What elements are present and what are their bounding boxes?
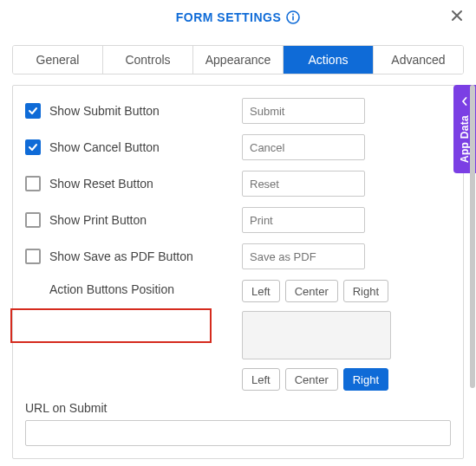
tab-general[interactable]: General (13, 46, 103, 74)
info-icon[interactable] (286, 10, 300, 24)
pos1-right[interactable]: Right (343, 280, 388, 302)
input-print-text[interactable] (242, 207, 365, 233)
input-cancel-text[interactable] (242, 134, 365, 160)
input-pdf-text[interactable] (242, 243, 365, 269)
input-reset-text[interactable] (242, 171, 365, 197)
chevron-left-icon (460, 94, 469, 108)
dialog-header: FORM SETTINGS (0, 0, 476, 35)
checkbox-show-reset[interactable] (25, 176, 41, 191)
row-submit: Show Submit Button (25, 98, 451, 124)
tab-actions[interactable]: Actions (284, 46, 374, 74)
label-url-on-submit: URL on Submit (25, 401, 451, 415)
pos1-left[interactable]: Left (242, 280, 280, 302)
position-preview (242, 311, 391, 359)
scrollbar-thumb[interactable] (470, 85, 475, 388)
label-show-reset: Show Reset Button (49, 177, 153, 191)
row-print: Show Print Button (25, 207, 451, 233)
pos2-right[interactable]: Right (343, 368, 388, 391)
tab-controls[interactable]: Controls (103, 46, 193, 74)
label-show-pdf: Show Save as PDF Button (49, 249, 193, 263)
position-group-1: Left Center Right (242, 280, 451, 302)
pos2-left[interactable]: Left (242, 368, 280, 391)
dialog-title: FORM SETTINGS (176, 10, 282, 24)
svg-point-1 (292, 14, 294, 16)
close-icon[interactable] (450, 9, 464, 25)
label-show-print: Show Print Button (49, 213, 147, 227)
checkbox-show-print[interactable] (25, 212, 41, 228)
row-pdf: Show Save as PDF Button (25, 243, 451, 269)
input-url-on-submit[interactable] (25, 420, 451, 446)
row-cancel: Show Cancel Button (25, 134, 451, 160)
side-tab-label: App Data (459, 115, 471, 163)
checkbox-show-pdf[interactable] (25, 249, 41, 264)
input-submit-text[interactable] (242, 98, 365, 124)
tab-bar: General Controls Appearance Actions Adva… (12, 45, 464, 74)
row-reset: Show Reset Button (25, 171, 451, 197)
pos1-center[interactable]: Center (285, 280, 338, 302)
position-group-2: Left Center Right (242, 368, 451, 391)
tab-advanced[interactable]: Advanced (374, 46, 463, 74)
tab-appearance[interactable]: Appearance (193, 46, 284, 74)
pos2-center[interactable]: Center (285, 368, 338, 391)
svg-rect-2 (293, 16, 295, 21)
actions-panel: Show Submit Button Show Cancel Button (12, 85, 464, 459)
row-button-position: Action Buttons Position Left Center Righ… (25, 280, 451, 391)
label-show-cancel: Show Cancel Button (49, 140, 160, 154)
checkbox-show-submit[interactable] (25, 103, 41, 119)
label-buttons-position: Action Buttons Position (49, 282, 174, 296)
checkbox-show-cancel[interactable] (25, 139, 41, 155)
label-show-submit: Show Submit Button (49, 104, 160, 118)
